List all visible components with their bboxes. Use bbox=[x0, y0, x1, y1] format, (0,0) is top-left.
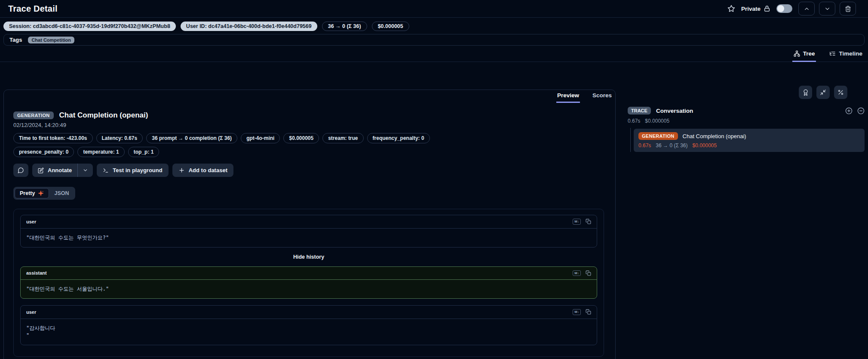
tree-indent-guide bbox=[630, 128, 631, 152]
annotate-split-button: Annotate bbox=[32, 164, 93, 177]
award-icon bbox=[802, 89, 809, 96]
format-pretty-segment[interactable]: Pretty bbox=[15, 188, 49, 198]
test-in-playground-button[interactable]: Test in playground bbox=[97, 164, 168, 177]
tab-timeline-label: Timeline bbox=[839, 50, 862, 57]
total-cost-badge: $0.000005 bbox=[372, 22, 409, 31]
prev-trace-button[interactable] bbox=[798, 2, 815, 15]
trace-type-badge: TRACE bbox=[628, 107, 651, 115]
message-content: "대한민국의 수도는 무엇인가요?" bbox=[21, 229, 597, 247]
message-assistant: assistant M↓ "대한민국의 수도는 서울입니다." bbox=[20, 266, 597, 299]
scores-toggle-button[interactable] bbox=[799, 86, 812, 99]
message-header: assistant M↓ bbox=[21, 267, 597, 280]
expand-all-button[interactable] bbox=[845, 107, 853, 115]
trace-tree-panel: TRACE Conversation 0.67s $0.000005 GENER… bbox=[628, 86, 865, 152]
tab-preview[interactable]: Preview bbox=[556, 90, 580, 103]
pill-cost: $0.000005 bbox=[283, 133, 319, 143]
page-title: Trace Detail bbox=[8, 4, 58, 14]
pill-temperature: temperature: 1 bbox=[77, 147, 124, 157]
tree-icon bbox=[794, 50, 800, 57]
minus-circle-icon bbox=[857, 107, 865, 115]
next-trace-button[interactable] bbox=[819, 2, 835, 15]
public-toggle[interactable] bbox=[776, 4, 792, 13]
percent-icon bbox=[837, 89, 844, 96]
collapse-node-button[interactable] bbox=[857, 107, 865, 115]
pill-time-to-first-token: Time to first token: -423.00s bbox=[13, 133, 93, 143]
timeline-icon bbox=[829, 50, 836, 57]
content-row: Preview Scores GENERATION Chat Completio… bbox=[3, 86, 865, 359]
chevron-down-icon bbox=[83, 167, 88, 173]
collapse-all-button[interactable] bbox=[816, 86, 830, 99]
add-to-dataset-label: Add to dataset bbox=[189, 167, 227, 173]
hide-history-button[interactable]: Hide history bbox=[20, 254, 597, 260]
token-usage-badge: 36 → 0 (Σ 36) bbox=[322, 22, 367, 31]
message-tools: M↓ bbox=[573, 270, 591, 276]
copy-icon[interactable] bbox=[586, 270, 591, 276]
tree-node-header: GENERATION Chat Completion (openai) bbox=[638, 132, 860, 140]
star-icon[interactable] bbox=[727, 5, 735, 12]
delete-trace-button[interactable] bbox=[840, 2, 856, 15]
tree-node-title: Chat Completion (openai) bbox=[683, 133, 746, 139]
observation-timestamp: 02/12/2024, 14:20:49 bbox=[13, 122, 604, 128]
user-id-badge[interactable]: User ID: dc47a41e-06bc-400d-bde1-f0e440d… bbox=[181, 22, 317, 31]
annotate-label: Annotate bbox=[48, 167, 72, 173]
actions-row: Annotate Test in playground Add to datas… bbox=[13, 164, 604, 177]
node-latency: 0.67s bbox=[638, 142, 651, 149]
pretty-label: Pretty bbox=[20, 190, 35, 196]
sparkles-icon bbox=[38, 190, 44, 196]
annotate-dropdown-button[interactable] bbox=[78, 164, 93, 177]
metrics-toggle-button[interactable] bbox=[834, 86, 847, 99]
add-to-dataset-button[interactable]: Add to dataset bbox=[172, 164, 233, 177]
tree-node-metrics: 0.67s 36 → 0 (Σ 36) $0.000005 bbox=[638, 142, 860, 149]
metadata-pills: Time to first token: -423.00s Latency: 0… bbox=[13, 133, 469, 157]
pill-frequency-penalty: frequency_penalty: 0 bbox=[367, 133, 430, 143]
message-header: user M↓ bbox=[21, 306, 597, 319]
format-json-segment[interactable]: JSON bbox=[49, 188, 74, 198]
chevron-down-icon bbox=[824, 6, 831, 12]
observation-header: GENERATION Chat Completion (openai) bbox=[13, 111, 604, 120]
terminal-icon bbox=[103, 167, 109, 173]
pill-stream: stream: true bbox=[322, 133, 363, 143]
tree-controls bbox=[628, 86, 865, 99]
toggle-knob bbox=[777, 5, 784, 12]
observation-card: Preview Scores GENERATION Chat Completio… bbox=[3, 90, 616, 359]
annotate-button[interactable]: Annotate bbox=[32, 164, 77, 177]
tree-node-generation[interactable]: GENERATION Chat Completion (openai) 0.67… bbox=[634, 129, 865, 152]
tree-expand-controls bbox=[845, 107, 865, 115]
header-actions: Private bbox=[727, 2, 856, 15]
copy-icon[interactable] bbox=[586, 309, 591, 315]
session-badge[interactable]: Session: cd3abcd6-c81c-4037-935d-19d9f27… bbox=[3, 22, 176, 31]
message-user-2: user M↓ "감사합니다 " bbox=[20, 305, 597, 345]
tab-timeline[interactable]: Timeline bbox=[828, 48, 864, 62]
markdown-toggle-icon[interactable]: M↓ bbox=[573, 270, 581, 276]
privacy-label: Private bbox=[741, 6, 761, 12]
message-role: assistant bbox=[26, 270, 47, 275]
message-content: "대한민국의 수도는 서울입니다." bbox=[21, 280, 597, 298]
comment-icon bbox=[18, 167, 24, 173]
tab-scores[interactable]: Scores bbox=[592, 90, 613, 103]
pill-model: gpt-4o-mini bbox=[241, 133, 280, 143]
panel-tabs: Preview Scores bbox=[556, 90, 613, 103]
copy-icon[interactable] bbox=[586, 219, 591, 224]
plus-circle-icon bbox=[845, 107, 853, 115]
view-tabs: Tree Timeline bbox=[0, 48, 868, 62]
trace-latency: 0.67s bbox=[628, 118, 640, 124]
message-user-1: user M↓ "대한민국의 수도는 무엇인가요?" bbox=[20, 215, 597, 248]
trace-stats: 0.67s $0.000005 bbox=[628, 118, 865, 124]
tab-tree[interactable]: Tree bbox=[792, 48, 816, 62]
pill-presence-penalty: presence_penalty: 0 bbox=[13, 147, 74, 157]
generation-type-badge: GENERATION bbox=[13, 111, 54, 119]
tab-tree-label: Tree bbox=[803, 50, 815, 57]
test-in-playground-label: Test in playground bbox=[113, 167, 162, 173]
markdown-toggle-icon[interactable]: M↓ bbox=[573, 309, 581, 315]
comment-button[interactable] bbox=[13, 164, 28, 177]
markdown-toggle-icon[interactable]: M↓ bbox=[573, 219, 581, 225]
node-cost: $0.000005 bbox=[692, 142, 717, 149]
generation-badge: GENERATION bbox=[638, 132, 678, 140]
nav-buttons bbox=[798, 2, 856, 15]
messages-container: user M↓ "대한민국의 수도는 무엇인가요?" Hide history … bbox=[13, 209, 604, 357]
format-toggle: Pretty JSON bbox=[13, 187, 75, 200]
trace-root-row[interactable]: TRACE Conversation bbox=[628, 107, 865, 115]
tree-item: GENERATION Chat Completion (openai) 0.67… bbox=[634, 129, 865, 152]
observation-title: Chat Completion (openai) bbox=[59, 111, 148, 120]
tag-chip[interactable]: Chat Competition bbox=[28, 37, 74, 43]
